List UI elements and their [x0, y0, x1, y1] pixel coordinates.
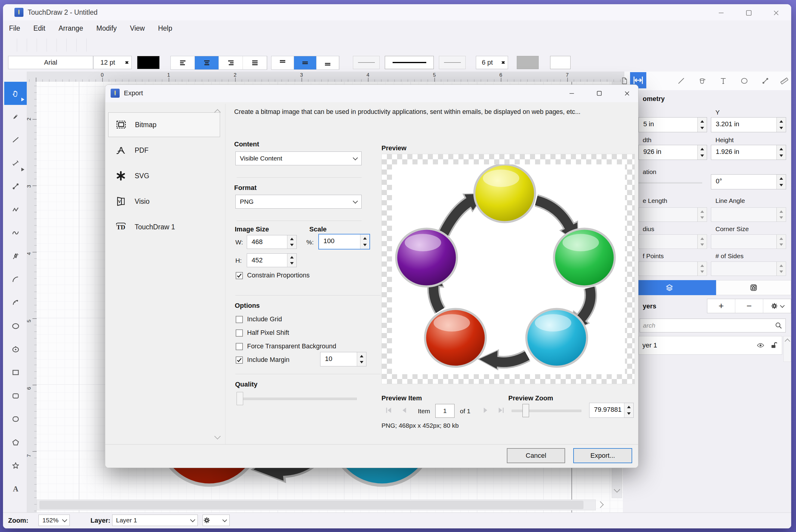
- export-type-item[interactable]: Bitmap: [108, 112, 220, 137]
- connector-icon[interactable]: [759, 75, 772, 87]
- line-style-next[interactable]: [439, 56, 466, 69]
- text-valign-bottom-icon[interactable]: [317, 56, 339, 70]
- layer-row[interactable]: yer 1: [639, 336, 782, 355]
- menu-item[interactable]: Help: [158, 24, 172, 33]
- layer-gear-button[interactable]: [203, 515, 230, 526]
- margin-input[interactable]: 10: [320, 352, 366, 366]
- text-valign-middle-icon[interactable]: [294, 56, 317, 70]
- maximize-icon[interactable]: [745, 9, 753, 17]
- font-size-stepper[interactable]: 12 pt: [93, 56, 132, 69]
- option-checkbox[interactable]: Half Pixel Shift: [236, 326, 404, 340]
- zoom-select[interactable]: 152%: [38, 515, 70, 526]
- menu-item[interactable]: File: [9, 24, 20, 33]
- palette-tool[interactable]: [4, 407, 27, 431]
- palette-tool[interactable]: [4, 454, 27, 477]
- palette-tool[interactable]: [4, 384, 27, 407]
- text-valign-top-icon[interactable]: [271, 56, 294, 70]
- preview-zoom-input[interactable]: 79.97881: [589, 403, 634, 418]
- export-type-item[interactable]: SVG: [108, 164, 220, 188]
- close-icon[interactable]: [772, 9, 780, 17]
- height-input[interactable]: 452: [247, 253, 297, 267]
- scale-input[interactable]: 100: [318, 234, 370, 249]
- palette-tool[interactable]: [4, 245, 27, 268]
- export-type-item[interactable]: PDF: [108, 138, 220, 163]
- add-layer-button[interactable]: +: [707, 299, 735, 313]
- menu-item[interactable]: Arrange: [59, 24, 83, 33]
- palette-tool[interactable]: [4, 175, 27, 198]
- previous-item-icon[interactable]: [399, 405, 410, 415]
- ruler-icon[interactable]: [778, 75, 791, 87]
- palette-tool[interactable]: [4, 221, 27, 244]
- line-style-prev[interactable]: [353, 56, 380, 69]
- content-select[interactable]: Visible Content: [235, 151, 362, 165]
- stroke-color-swatch[interactable]: [517, 56, 539, 69]
- palette-tool[interactable]: [4, 338, 27, 361]
- font-family-select[interactable]: Arial: [8, 56, 93, 69]
- next-item-icon[interactable]: [480, 405, 491, 415]
- layer-search-input[interactable]: arch: [640, 319, 786, 332]
- fill-color-swatch[interactable]: [550, 56, 571, 69]
- minimize-icon[interactable]: [717, 9, 725, 17]
- menu-item[interactable]: Edit: [33, 24, 45, 33]
- option-checkbox[interactable]: Force Transparent Background: [236, 340, 404, 353]
- palette-tool[interactable]: [4, 268, 27, 291]
- scroll-up-icon: [784, 338, 790, 344]
- y-field[interactable]: 3.201 in: [711, 117, 786, 132]
- palette-tool[interactable]: [4, 128, 27, 151]
- dialog-title-bar[interactable]: Export: [105, 85, 638, 102]
- export-type-item[interactable]: V Visio: [108, 189, 220, 214]
- palette-tool[interactable]: [4, 82, 27, 105]
- preview-zoom-slider[interactable]: [512, 404, 581, 417]
- text-align-left-icon[interactable]: [171, 56, 195, 70]
- line-style-current[interactable]: [385, 56, 434, 69]
- line-icon[interactable]: [675, 75, 687, 87]
- text-align-center-icon[interactable]: [195, 56, 219, 70]
- palette-tool[interactable]: [4, 291, 27, 315]
- tab-shapes[interactable]: [716, 280, 791, 295]
- item-number-input[interactable]: 1: [435, 404, 455, 418]
- palette-tool[interactable]: A: [4, 477, 27, 500]
- dialog-maximize-icon[interactable]: [596, 90, 603, 97]
- cancel-button[interactable]: Cancel: [507, 448, 565, 463]
- rotation-slider[interactable]: [639, 182, 702, 184]
- layer-select[interactable]: Layer 1: [112, 515, 198, 526]
- text-align-right-icon[interactable]: [219, 56, 243, 70]
- palette-tool[interactable]: [4, 105, 27, 128]
- export-button[interactable]: Export...: [573, 448, 632, 463]
- text-icon[interactable]: [717, 75, 729, 87]
- format-select[interactable]: PNG: [235, 195, 362, 209]
- palette-tool[interactable]: [4, 361, 27, 384]
- height-field[interactable]: 1.926 in: [711, 145, 786, 160]
- palette-tool[interactable]: [4, 315, 27, 338]
- palette-tool[interactable]: [4, 198, 27, 221]
- layer-list-scrollbar[interactable]: [783, 336, 791, 362]
- option-checkbox[interactable]: Include Grid: [236, 312, 404, 326]
- line-width-stepper[interactable]: 6 pt: [476, 56, 508, 69]
- dialog-close-icon[interactable]: [623, 90, 631, 97]
- quality-slider[interactable]: [236, 392, 357, 405]
- constrain-proportions-checkbox[interactable]: Constrain Proportions: [236, 272, 310, 279]
- text-color-swatch[interactable]: [137, 56, 159, 69]
- dialog-minimize-icon[interactable]: [568, 90, 575, 97]
- remove-layer-button[interactable]: −: [735, 299, 763, 313]
- ellipse-icon[interactable]: [738, 75, 751, 87]
- visibility-icon[interactable]: [757, 341, 764, 349]
- lock-icon[interactable]: [770, 341, 778, 349]
- menu-item[interactable]: View: [130, 24, 145, 33]
- x-field[interactable]: 5 in: [639, 117, 707, 132]
- width-field[interactable]: 926 in: [639, 145, 707, 160]
- horizontal-scrollbar[interactable]: [37, 499, 596, 510]
- menu-item[interactable]: Modify: [96, 24, 117, 33]
- option-checkbox[interactable]: Include Margin 10: [236, 353, 404, 367]
- last-item-icon[interactable]: [496, 405, 506, 415]
- palette-tool[interactable]: [4, 431, 27, 454]
- fill-icon[interactable]: [696, 75, 708, 87]
- first-item-icon[interactable]: [383, 405, 394, 415]
- palette-tool[interactable]: [4, 151, 27, 175]
- text-align-justify-icon[interactable]: [243, 56, 267, 70]
- title-bar[interactable]: TouchDraw 2 - Untitled: [3, 4, 791, 20]
- width-input[interactable]: 468: [247, 235, 297, 249]
- rotation-field[interactable]: 0°: [711, 174, 786, 189]
- export-type-item[interactable]: TD TouchDraw 1: [108, 215, 220, 239]
- layer-settings-button[interactable]: [763, 299, 791, 313]
